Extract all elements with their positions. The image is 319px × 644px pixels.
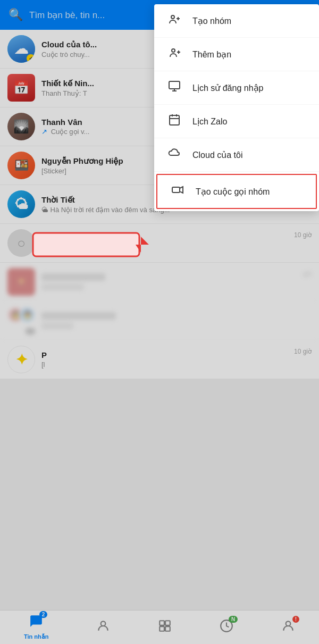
svg-point-0 [171, 15, 174, 19]
tao-cuoc-goi-label: Tạo cuộc gọi nhóm [196, 187, 270, 197]
video-call-icon [170, 183, 185, 199]
dropdown-item-tao-cuoc-goi[interactable]: Tạo cuộc gọi nhóm [156, 174, 317, 209]
lich-zalo-label: Lịch Zalo [192, 116, 227, 127]
red-arrow [32, 229, 149, 261]
calendar-icon [167, 113, 182, 129]
dropdown-item-cloud[interactable]: Cloud của tôi [154, 138, 319, 172]
group-add-icon [167, 13, 182, 29]
dropdown-item-them-ban[interactable]: Thêm bạn [154, 38, 319, 71]
svg-rect-7 [33, 233, 139, 256]
svg-point-1 [172, 49, 175, 52]
svg-rect-2 [169, 81, 180, 89]
cloud-label: Cloud của tôi [192, 150, 243, 160]
lich-su-label: Lịch sử đăng nhập [192, 83, 263, 93]
add-friend-icon [167, 46, 182, 62]
dropdown-item-lich-zalo[interactable]: Lịch Zalo [154, 105, 319, 138]
svg-rect-3 [170, 115, 179, 125]
cloud-icon [167, 147, 182, 163]
dropdown-item-lich-su[interactable]: Lịch sử đăng nhập [154, 71, 319, 105]
svg-rect-4 [172, 187, 180, 193]
monitor-icon [167, 80, 182, 96]
dropdown-overlay[interactable]: Tạo nhóm Thêm bạn Lịch sử đăng nhập [0, 0, 319, 644]
them-ban-label: Thêm bạn [192, 49, 231, 60]
tao-nhom-label: Tạo nhóm [192, 16, 231, 26]
dropdown-menu: Tạo nhóm Thêm bạn Lịch sử đăng nhập [154, 4, 319, 211]
dropdown-item-tao-nhom[interactable]: Tạo nhóm [154, 4, 319, 38]
